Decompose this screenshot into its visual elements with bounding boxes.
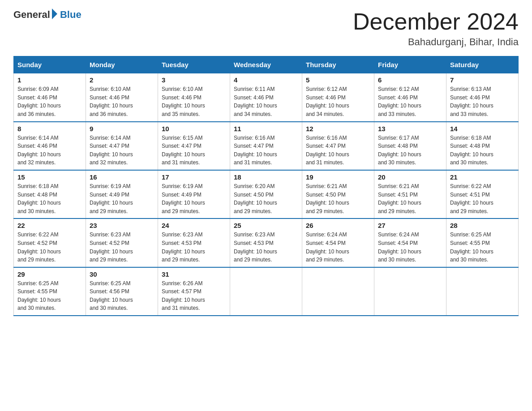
day-info: Sunrise: 6:15 AM Sunset: 4:47 PM Dayligh… (162, 134, 226, 167)
calendar-day-cell: 16 Sunrise: 6:19 AM Sunset: 4:49 PM Dayl… (86, 170, 158, 218)
title-block: December 2024 Bahadurganj, Bihar, India (353, 9, 519, 48)
calendar-day-cell: 8 Sunrise: 6:14 AM Sunset: 4:46 PM Dayli… (14, 122, 86, 170)
day-info: Sunrise: 6:10 AM Sunset: 4:46 PM Dayligh… (90, 85, 154, 118)
day-number: 26 (306, 222, 370, 229)
day-number: 14 (450, 125, 515, 133)
day-number: 6 (378, 76, 442, 84)
calendar-day-cell (446, 267, 519, 316)
calendar-day-cell: 7 Sunrise: 6:13 AM Sunset: 4:46 PM Dayli… (446, 73, 519, 122)
page-header: General Blue December 2024 Bahadurganj, … (13, 9, 519, 48)
weekday-header-row: SundayMondayTuesdayWednesdayThursdayFrid… (14, 56, 519, 73)
day-number: 13 (378, 125, 442, 133)
calendar-day-cell: 23 Sunrise: 6:23 AM Sunset: 4:52 PM Dayl… (86, 218, 158, 267)
logo-arrow-icon (52, 9, 57, 19)
calendar-day-cell: 14 Sunrise: 6:18 AM Sunset: 4:48 PM Dayl… (446, 122, 519, 170)
day-number: 4 (234, 76, 298, 84)
day-info: Sunrise: 6:24 AM Sunset: 4:54 PM Dayligh… (306, 231, 370, 264)
calendar-day-cell: 10 Sunrise: 6:15 AM Sunset: 4:47 PM Dayl… (158, 122, 230, 170)
calendar-day-cell: 21 Sunrise: 6:22 AM Sunset: 4:51 PM Dayl… (446, 170, 519, 218)
calendar-day-cell: 22 Sunrise: 6:22 AM Sunset: 4:52 PM Dayl… (14, 218, 86, 267)
calendar-day-cell: 5 Sunrise: 6:12 AM Sunset: 4:46 PM Dayli… (302, 73, 374, 122)
day-info: Sunrise: 6:26 AM Sunset: 4:57 PM Dayligh… (162, 279, 226, 313)
calendar-table: SundayMondayTuesdayWednesdayThursdayFrid… (13, 56, 519, 316)
day-info: Sunrise: 6:21 AM Sunset: 4:51 PM Dayligh… (378, 182, 442, 215)
location-subtitle: Bahadurganj, Bihar, India (353, 36, 519, 48)
logo-general-text: General (13, 9, 50, 21)
calendar-day-cell: 28 Sunrise: 6:25 AM Sunset: 4:55 PM Dayl… (446, 218, 519, 267)
day-number: 10 (162, 125, 226, 133)
calendar-week-row: 15 Sunrise: 6:18 AM Sunset: 4:48 PM Dayl… (14, 170, 519, 218)
calendar-day-cell: 4 Sunrise: 6:11 AM Sunset: 4:46 PM Dayli… (230, 73, 302, 122)
day-info: Sunrise: 6:17 AM Sunset: 4:48 PM Dayligh… (378, 134, 442, 167)
day-number: 23 (90, 222, 154, 229)
calendar-day-cell: 19 Sunrise: 6:21 AM Sunset: 4:50 PM Dayl… (302, 170, 374, 218)
calendar-day-cell (230, 267, 302, 316)
logo: General Blue (13, 9, 82, 21)
calendar-week-row: 8 Sunrise: 6:14 AM Sunset: 4:46 PM Dayli… (14, 122, 519, 170)
calendar-day-cell: 31 Sunrise: 6:26 AM Sunset: 4:57 PM Dayl… (158, 267, 230, 316)
weekday-header-thursday: Thursday (302, 56, 374, 73)
weekday-header-wednesday: Wednesday (230, 56, 302, 73)
day-number: 18 (234, 173, 298, 181)
day-number: 8 (17, 125, 82, 133)
calendar-day-cell (374, 267, 446, 316)
day-info: Sunrise: 6:19 AM Sunset: 4:49 PM Dayligh… (162, 182, 226, 215)
calendar-week-row: 29 Sunrise: 6:25 AM Sunset: 4:55 PM Dayl… (14, 267, 519, 316)
day-number: 9 (90, 125, 154, 133)
calendar-day-cell: 12 Sunrise: 6:16 AM Sunset: 4:47 PM Dayl… (302, 122, 374, 170)
calendar-day-cell: 20 Sunrise: 6:21 AM Sunset: 4:51 PM Dayl… (374, 170, 446, 218)
day-info: Sunrise: 6:20 AM Sunset: 4:50 PM Dayligh… (234, 182, 298, 215)
day-number: 11 (234, 125, 298, 133)
calendar-day-cell: 9 Sunrise: 6:14 AM Sunset: 4:47 PM Dayli… (86, 122, 158, 170)
day-number: 30 (90, 270, 154, 278)
day-number: 22 (17, 222, 82, 229)
day-info: Sunrise: 6:09 AM Sunset: 4:46 PM Dayligh… (17, 85, 82, 118)
calendar-day-cell: 26 Sunrise: 6:24 AM Sunset: 4:54 PM Dayl… (302, 218, 374, 267)
calendar-day-cell: 3 Sunrise: 6:10 AM Sunset: 4:46 PM Dayli… (158, 73, 230, 122)
day-info: Sunrise: 6:13 AM Sunset: 4:46 PM Dayligh… (450, 85, 515, 118)
day-info: Sunrise: 6:18 AM Sunset: 4:48 PM Dayligh… (450, 134, 515, 167)
day-info: Sunrise: 6:23 AM Sunset: 4:53 PM Dayligh… (162, 231, 226, 264)
day-number: 24 (162, 222, 226, 229)
calendar-week-row: 1 Sunrise: 6:09 AM Sunset: 4:46 PM Dayli… (14, 73, 519, 122)
calendar-day-cell: 1 Sunrise: 6:09 AM Sunset: 4:46 PM Dayli… (14, 73, 86, 122)
calendar-day-cell: 13 Sunrise: 6:17 AM Sunset: 4:48 PM Dayl… (374, 122, 446, 170)
day-info: Sunrise: 6:24 AM Sunset: 4:54 PM Dayligh… (378, 231, 442, 264)
day-info: Sunrise: 6:23 AM Sunset: 4:52 PM Dayligh… (90, 231, 154, 264)
calendar-day-cell: 15 Sunrise: 6:18 AM Sunset: 4:48 PM Dayl… (14, 170, 86, 218)
day-number: 2 (90, 76, 154, 84)
calendar-day-cell: 6 Sunrise: 6:12 AM Sunset: 4:46 PM Dayli… (374, 73, 446, 122)
day-number: 17 (162, 173, 226, 181)
day-info: Sunrise: 6:21 AM Sunset: 4:50 PM Dayligh… (306, 182, 370, 215)
calendar-day-cell: 25 Sunrise: 6:23 AM Sunset: 4:53 PM Dayl… (230, 218, 302, 267)
weekday-header-tuesday: Tuesday (158, 56, 230, 73)
logo-blue-text: Blue (60, 9, 82, 21)
day-number: 21 (450, 173, 515, 181)
day-info: Sunrise: 6:16 AM Sunset: 4:47 PM Dayligh… (306, 134, 370, 167)
calendar-day-cell: 27 Sunrise: 6:24 AM Sunset: 4:54 PM Dayl… (374, 218, 446, 267)
calendar-week-row: 22 Sunrise: 6:22 AM Sunset: 4:52 PM Dayl… (14, 218, 519, 267)
day-number: 27 (378, 222, 442, 229)
day-number: 12 (306, 125, 370, 133)
day-info: Sunrise: 6:25 AM Sunset: 4:56 PM Dayligh… (90, 279, 154, 313)
day-number: 5 (306, 76, 370, 84)
day-number: 1 (17, 76, 82, 84)
month-year-title: December 2024 (353, 9, 519, 34)
day-number: 28 (450, 222, 515, 229)
day-info: Sunrise: 6:25 AM Sunset: 4:55 PM Dayligh… (17, 279, 82, 313)
calendar-day-cell: 24 Sunrise: 6:23 AM Sunset: 4:53 PM Dayl… (158, 218, 230, 267)
weekday-header-sunday: Sunday (14, 56, 86, 73)
day-info: Sunrise: 6:14 AM Sunset: 4:46 PM Dayligh… (17, 134, 82, 167)
day-number: 19 (306, 173, 370, 181)
day-number: 31 (162, 270, 226, 278)
day-number: 16 (90, 173, 154, 181)
day-number: 29 (17, 270, 82, 278)
weekday-header-monday: Monday (86, 56, 158, 73)
day-number: 20 (378, 173, 442, 181)
day-info: Sunrise: 6:10 AM Sunset: 4:46 PM Dayligh… (162, 85, 226, 118)
day-number: 3 (162, 76, 226, 84)
day-info: Sunrise: 6:23 AM Sunset: 4:53 PM Dayligh… (234, 231, 298, 264)
day-number: 7 (450, 76, 515, 84)
calendar-header: SundayMondayTuesdayWednesdayThursdayFrid… (14, 56, 519, 73)
day-info: Sunrise: 6:18 AM Sunset: 4:48 PM Dayligh… (17, 182, 82, 215)
